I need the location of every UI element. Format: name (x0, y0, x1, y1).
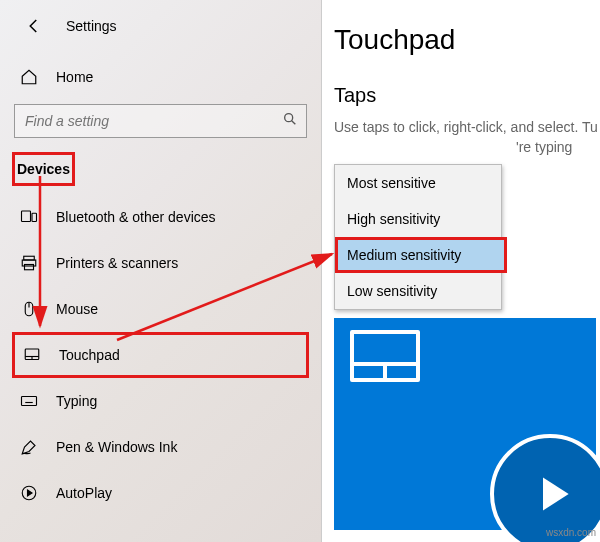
svg-marker-20 (543, 478, 569, 511)
header: Settings (0, 0, 321, 60)
watermark: wsxdn.com (546, 527, 596, 538)
sidebar-item-typing[interactable]: Typing (0, 378, 321, 424)
keyboard-icon (18, 392, 40, 410)
sidebar-label: Mouse (56, 301, 98, 317)
svg-rect-12 (22, 397, 37, 406)
svg-marker-19 (28, 490, 33, 496)
printer-icon (18, 254, 40, 272)
taps-description: Use taps to click, right-click, and sele… (334, 119, 600, 135)
svg-rect-6 (25, 265, 34, 270)
home-button[interactable]: Home (0, 60, 321, 94)
sidebar-label: Pen & Windows Ink (56, 439, 177, 455)
dropdown-option-medium[interactable]: Medium sensitivity (335, 237, 507, 273)
sidebar-item-pen[interactable]: Pen & Windows Ink (0, 424, 321, 470)
pen-icon (18, 438, 40, 456)
home-label: Home (56, 69, 93, 85)
sidebar-item-mouse[interactable]: Mouse (0, 286, 321, 332)
search-box[interactable] (14, 104, 307, 138)
svg-line-1 (292, 121, 296, 125)
home-icon (18, 68, 40, 86)
page-title: Touchpad (334, 24, 600, 56)
sidebar-item-autoplay[interactable]: AutoPlay (0, 470, 321, 516)
devices-icon (18, 208, 40, 226)
play-button[interactable] (490, 434, 600, 542)
dropdown-option-most[interactable]: Most sensitive (335, 165, 501, 201)
sidebar-label: Printers & scanners (56, 255, 178, 271)
sidebar-label: Touchpad (59, 347, 120, 363)
sidebar-label: AutoPlay (56, 485, 112, 501)
autoplay-icon (18, 484, 40, 502)
touchpad-glyph-icon (350, 330, 420, 382)
back-button[interactable] (18, 10, 50, 42)
dropdown-option-high[interactable]: High sensitivity (335, 201, 501, 237)
section-heading-taps: Taps (334, 84, 600, 107)
sidebar-item-printers[interactable]: Printers & scanners (0, 240, 321, 286)
search-icon (282, 111, 298, 131)
content-pane: Touchpad Taps Use taps to click, right-c… (322, 0, 600, 542)
touchpad-video-thumbnail[interactable] (334, 318, 596, 530)
svg-rect-3 (32, 213, 37, 221)
settings-sidebar: Settings Home Devices Bluetooth & other … (0, 0, 322, 542)
mouse-icon (18, 300, 40, 318)
sidebar-item-touchpad[interactable]: Touchpad (12, 332, 309, 378)
sidebar-label: Bluetooth & other devices (56, 209, 216, 225)
search-input[interactable] (25, 113, 282, 129)
touchpad-icon (21, 346, 43, 364)
svg-rect-2 (22, 211, 31, 222)
sidebar-item-bluetooth[interactable]: Bluetooth & other devices (0, 194, 321, 240)
play-icon (532, 472, 576, 516)
taps-description-2: 're typing (516, 139, 600, 155)
dropdown-option-low[interactable]: Low sensitivity (335, 273, 501, 309)
app-title: Settings (66, 18, 117, 34)
sensitivity-dropdown[interactable]: Most sensitive High sensitivity Medium s… (334, 164, 502, 310)
sidebar-label: Typing (56, 393, 97, 409)
svg-point-0 (285, 114, 293, 122)
arrow-left-icon (25, 17, 43, 35)
section-heading-devices: Devices (12, 152, 75, 186)
